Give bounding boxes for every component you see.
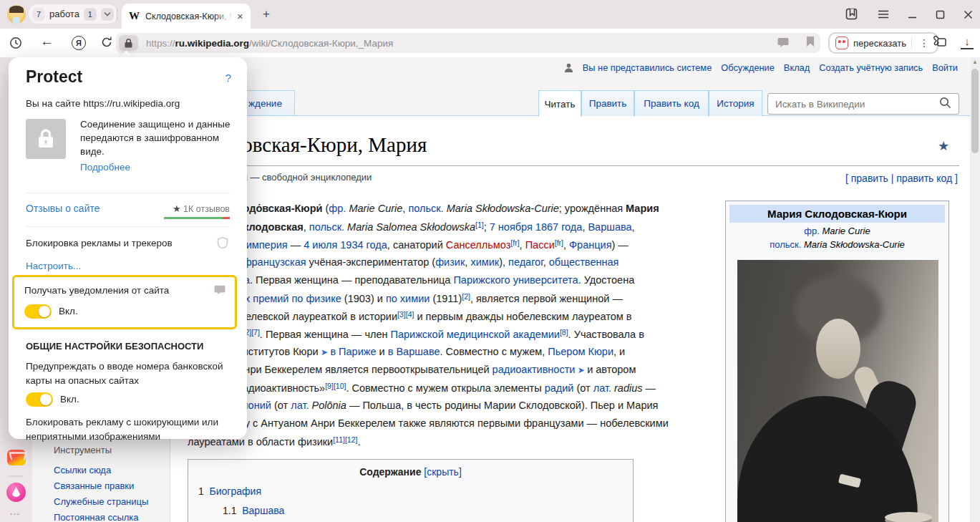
bookmark-icon[interactable]: [806, 36, 815, 47]
shock-ads-label: Блокировать рекламу с шокирующими или не…: [26, 415, 238, 444]
search-icon[interactable]: [939, 97, 951, 109]
card-warning-toggle[interactable]: [26, 392, 53, 407]
sidebar-link-related[interactable]: Связанные правки: [54, 480, 134, 491]
rephrase-label: пересказать: [853, 38, 906, 49]
toc-item-warsaw[interactable]: 1.1 Варшава: [223, 505, 633, 516]
toc-item-biography[interactable]: 1 Биография: [198, 485, 633, 497]
notifications-toggle[interactable]: [24, 304, 52, 319]
lock-icon: [26, 119, 66, 159]
toc-title[interactable]: Содержание [скрыть]: [188, 466, 633, 478]
tab-title: Склодовская-Кюри, Ма: [145, 11, 233, 21]
strip-divider: [9, 475, 24, 477]
protect-help-link[interactable]: ?: [225, 72, 231, 84]
sidebar-link-permanent[interactable]: Постоянная ссылка: [54, 512, 139, 522]
article-line: Антуаном Анри Беккерелем является первоо…: [188, 364, 636, 375]
tab-group-badge: 1: [84, 8, 97, 21]
star-icon: ★: [173, 203, 181, 214]
comment-icon[interactable]: [777, 37, 789, 48]
article-line: Кюри наряду с Антуаном Анри Беккерелем т…: [188, 417, 669, 429]
tab-group[interactable]: 7 работа 1: [29, 4, 117, 24]
history-clock-icon[interactable]: [9, 37, 22, 49]
download-icon[interactable]: ↓: [961, 35, 974, 49]
site-lock-button[interactable]: [119, 35, 138, 51]
close-icon[interactable]: [964, 10, 973, 19]
divider: [26, 226, 230, 227]
article-line: Мари́я Склодо́вская-Кюри́ (фр. Marie Cur…: [188, 203, 659, 214]
personal-link-anon[interactable]: Вы не представились системе: [583, 62, 712, 73]
yandex-mail-icon[interactable]: [7, 450, 26, 465]
sidebar-link-whatlinkshere[interactable]: Ссылки сюда: [54, 465, 111, 475]
personal-link-create[interactable]: Создать учётную запись: [819, 62, 923, 73]
infobox: Мария Склодовская-Кюри фр. Marie Curie п…: [725, 200, 949, 522]
chevron-down-icon[interactable]: [101, 8, 114, 21]
personal-link-contribs[interactable]: Вклад: [784, 62, 810, 73]
personal-link-login[interactable]: Войти: [932, 62, 958, 73]
notifications-label: Получать уведомления от сайта: [24, 285, 169, 296]
article-line: создании Институтов Кюри ➤ в Париже и в …: [188, 346, 625, 357]
portrait-photo[interactable]: [737, 260, 938, 522]
speech-bubble-icon: [214, 285, 225, 295]
tab-group-count: 7: [32, 8, 45, 21]
article-line: Российская империя — 4 июля 1934 года, с…: [188, 238, 629, 251]
tab-edit-source[interactable]: Править код: [634, 90, 709, 116]
url-text[interactable]: https://ru.wikipedia.org/wiki/Склодовска…: [146, 38, 393, 49]
url-protocol: https://: [146, 38, 175, 49]
menu-icon[interactable]: [878, 10, 889, 19]
table-of-contents: Содержание [скрыть] 1 Биография 1.1 Варш…: [188, 459, 634, 522]
protect-popup: Protect ? Вы на сайте https://ru.wikiped…: [9, 57, 247, 439]
sidebar-link-special[interactable]: Служебные страницы: [54, 496, 148, 507]
wikipedia-favicon: W: [129, 10, 140, 22]
card-warning-label: Предупреждать о вводе номера банковской …: [26, 359, 231, 388]
gpt-quote-icon: [835, 37, 848, 49]
tab-close-icon[interactable]: ×: [237, 10, 243, 22]
refresh-icon[interactable]: [100, 36, 113, 49]
adblock-label: Блокировка рекламы и трекеров: [26, 238, 173, 248]
tab-read[interactable]: Читать: [538, 90, 581, 117]
wiki-search-box[interactable]: [767, 93, 959, 115]
maximize-icon[interactable]: [936, 10, 945, 19]
yandex-services-icon[interactable]: Я: [72, 36, 86, 50]
reviews-count: ★ 1К отзывов: [173, 203, 230, 214]
infobox-title: Мария Склодовская-Кюри: [729, 205, 945, 223]
notifications-highlight-box: Получать уведомления от сайта Вкл.: [12, 275, 237, 329]
notifications-state: Вкл.: [59, 306, 78, 316]
reviews-gauge: [164, 217, 230, 219]
title-rule: [188, 165, 959, 166]
bookmarks-panel-icon[interactable]: [845, 8, 859, 21]
divider: [26, 193, 230, 193]
personal-link-talk[interactable]: Обсуждение: [721, 62, 775, 73]
infobox-fr-name: фр. Marie Curie: [728, 226, 946, 236]
alice-assistant-icon[interactable]: [6, 483, 26, 502]
article-line: термина «радиоактивность»[9][10]. Совмес…: [188, 382, 656, 394]
shield-icon: [217, 236, 228, 249]
tab-edit[interactable]: Править: [581, 90, 634, 116]
rephrase-more-icon[interactable]: ⋮: [917, 37, 931, 49]
search-input[interactable]: [774, 95, 931, 112]
tab-discussion-partial[interactable]: ждение: [243, 90, 295, 116]
minimize-icon[interactable]: [908, 10, 917, 19]
tab-group-label: работа: [49, 9, 79, 19]
security-section-header: ОБЩИЕ НАСТРОЙКИ БЕЗОПАСНОСТИ: [26, 341, 203, 352]
tab-history[interactable]: История: [709, 90, 762, 116]
active-tab[interactable]: W Склодовская-Кюри, Ма ×: [122, 4, 251, 29]
rephrase-button[interactable]: пересказать ⋮: [828, 32, 938, 54]
back-icon[interactable]: ←: [40, 34, 54, 49]
details-link[interactable]: Подробнее: [80, 162, 130, 173]
article-line: дважды нобелевской лауреаткой в истории[…: [188, 310, 631, 322]
configure-link[interactable]: Настроить...: [26, 261, 81, 271]
more-apps-icon[interactable]: …: [9, 505, 21, 517]
protect-title: Protect: [26, 67, 82, 87]
browser-window: 7 работа 1 W Склодовская-Кюри, Ма × + ← …: [0, 0, 980, 522]
site-reviews-link[interactable]: Отзывы о сайте: [26, 203, 100, 214]
article-line: «луч») и полоний (от лат. Polōnia — Поль…: [188, 400, 658, 411]
profile-avatar[interactable]: [7, 5, 26, 24]
scrollbar-thumb[interactable]: [971, 69, 979, 153]
scrollbar-up-arrow[interactable]: ▲: [971, 59, 979, 65]
window-controls: [845, 0, 973, 29]
edit-links[interactable]: [ править | править код ]: [845, 173, 958, 184]
button-divider: [911, 37, 912, 49]
card-warning-state: Вкл.: [60, 394, 79, 405]
watch-star-icon[interactable]: ★: [938, 138, 949, 154]
extensions-icon[interactable]: [932, 35, 948, 49]
new-tab-button[interactable]: +: [258, 6, 275, 23]
